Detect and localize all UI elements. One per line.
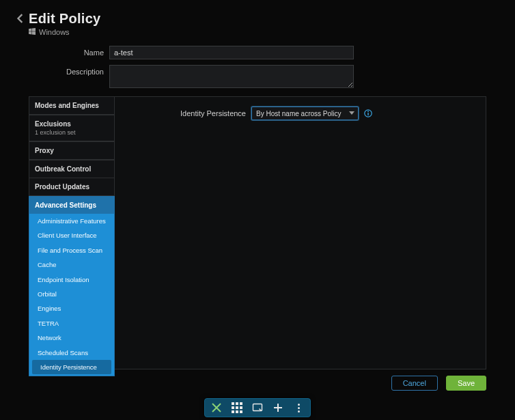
svg-point-2 (367, 111, 369, 112)
back-icon[interactable] (16, 14, 25, 25)
sidebar-item-admin-features[interactable]: Administrative Features (29, 214, 114, 228)
sidebar-item-modes[interactable]: Modes and Engines (29, 96, 115, 115)
sidebar-item-endpoint-isolation[interactable]: Endpoint Isolation (29, 272, 114, 287)
sidebar-advanced-list: Administrative Features Client User Inte… (29, 214, 115, 376)
page-title: Edit Policy (29, 11, 101, 27)
sidebar-item-cache[interactable]: Cache (29, 257, 114, 272)
sidebar-item-tetra[interactable]: TETRA (29, 316, 114, 331)
settings-panel: Modes and Engines Exclusions 1 exclusion… (29, 96, 486, 369)
sidebar-item-network[interactable]: Network (29, 331, 114, 345)
name-input[interactable] (109, 46, 354, 59)
name-label: Name (0, 46, 109, 59)
save-button[interactable]: Save (446, 376, 486, 391)
platform-label: Windows (39, 28, 70, 36)
info-icon[interactable] (364, 109, 372, 117)
sidebar-item-file-process-scan[interactable]: File and Process Scan (29, 243, 114, 257)
sidebar-item-outbreak[interactable]: Outbreak Control (29, 160, 115, 178)
sidebar-item-engines[interactable]: Engines (29, 301, 114, 316)
sidebar-item-scheduled-scans[interactable]: Scheduled Scans (29, 346, 114, 360)
identity-persistence-label: Identity Persistence (126, 109, 246, 117)
sidebar-item-label: Exclusions (35, 120, 71, 128)
plus-icon[interactable] (272, 402, 284, 414)
description-label: Description (0, 65, 109, 79)
sidebar-item-updates[interactable]: Product Updates (29, 178, 115, 196)
sidebar-item-identity-persistence[interactable]: Identity Persistence (32, 360, 111, 374)
sidebar-item-sublabel: 1 exclusion set (35, 129, 109, 136)
cancel-button[interactable]: Cancel (391, 376, 438, 391)
grid-apps-icon[interactable] (231, 402, 243, 414)
floating-toolbar (204, 398, 311, 417)
sidebar-item-exclusions[interactable]: Exclusions 1 exclusion set (29, 115, 115, 141)
identity-persistence-select[interactable]: By Host name across Policy (251, 107, 359, 120)
sidebar-item-client-ui[interactable]: Client User Interface (29, 228, 114, 242)
sidebar-item-proxy[interactable]: Proxy (29, 141, 115, 160)
close-x-icon[interactable] (210, 402, 223, 414)
screenshot-icon[interactable] (251, 402, 264, 414)
settings-sidebar: Modes and Engines Exclusions 1 exclusion… (29, 96, 115, 369)
content-pane: Identity Persistence By Host name across… (115, 96, 486, 369)
description-input[interactable] (109, 65, 354, 88)
sidebar-advanced-header[interactable]: Advanced Settings (29, 196, 115, 214)
more-dots-icon[interactable] (292, 402, 305, 414)
svg-rect-1 (367, 113, 368, 115)
sidebar-item-orbital[interactable]: Orbital (29, 287, 114, 301)
windows-icon (29, 28, 36, 36)
